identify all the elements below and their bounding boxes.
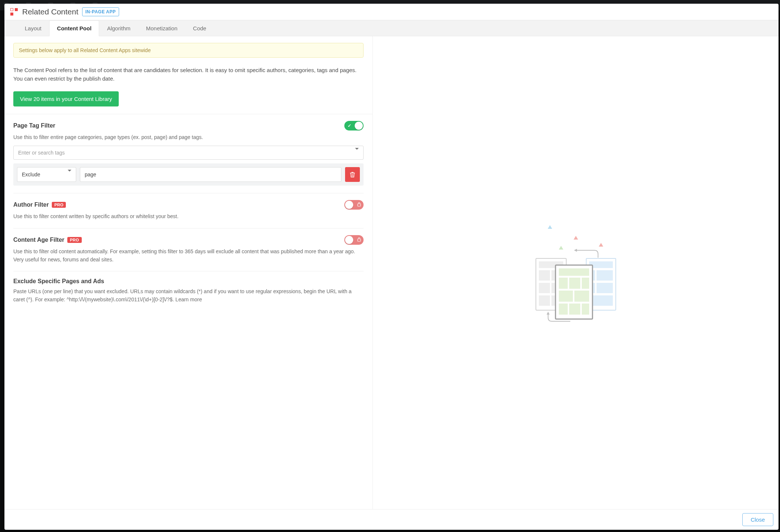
toggle-knob (345, 236, 353, 244)
chevron-down-icon (355, 150, 359, 156)
svg-marker-32 (547, 312, 550, 315)
lock-icon (357, 202, 361, 208)
lock-icon (357, 237, 361, 243)
svg-marker-4 (599, 243, 603, 247)
modal-header: Related Content IN-PAGE APP (4, 4, 779, 20)
svg-marker-6 (574, 249, 577, 252)
settings-modal: Related Content IN-PAGE APP Layout Conte… (4, 4, 779, 530)
tabstrip: Layout Content Pool Algorithm Monetizati… (4, 20, 779, 36)
content-age-filter-title: Content Age Filter (13, 237, 64, 243)
exclude-pages-section: Exclude Specific Pages and Ads Paste URL… (13, 271, 364, 326)
svg-rect-30 (569, 304, 580, 315)
close-button[interactable]: Close (742, 513, 773, 526)
svg-rect-28 (574, 291, 589, 302)
svg-marker-5 (559, 246, 563, 250)
page-tag-filter-desc: Use this to filter entire page categorie… (13, 133, 364, 142)
svg-rect-24 (559, 278, 568, 289)
svg-rect-1 (358, 239, 361, 241)
page-tag-filter-section: Page Tag Filter ✓ Use this to filter ent… (13, 114, 364, 194)
svg-rect-9 (539, 270, 550, 281)
page-tag-filter-title: Page Tag Filter (13, 122, 55, 129)
tab-content-pool[interactable]: Content Pool (49, 20, 99, 36)
tab-layout[interactable]: Layout (17, 20, 49, 36)
rule-value-field[interactable]: page (80, 167, 341, 182)
rule-mode-value: Exclude (22, 172, 40, 177)
svg-marker-2 (548, 225, 552, 229)
svg-rect-11 (539, 283, 550, 293)
content-age-filter-section: Content Age Filter PRO Use this to filte… (13, 228, 364, 271)
author-filter-title: Author Filter (13, 201, 49, 208)
tab-code[interactable]: Code (185, 20, 214, 36)
svg-rect-20 (597, 283, 613, 293)
content-pool-intro: The Content Pool refers to the list of c… (13, 66, 364, 83)
rule-mode-select[interactable]: Exclude (17, 167, 76, 182)
svg-rect-31 (582, 304, 589, 315)
preview-panel (373, 36, 779, 509)
svg-rect-27 (559, 291, 573, 302)
exclude-pages-desc: Paste URLs (one per line) that you want … (13, 288, 364, 304)
svg-rect-29 (559, 304, 568, 315)
svg-rect-0 (358, 204, 361, 206)
svg-rect-25 (569, 278, 580, 289)
modal-footer: Close (4, 509, 779, 530)
content-age-filter-desc: Use this to filter old content automatic… (13, 248, 364, 264)
tab-algorithm[interactable]: Algorithm (99, 20, 138, 36)
exclude-pages-title: Exclude Specific Pages and Ads (13, 278, 104, 285)
toggle-knob (345, 201, 353, 209)
svg-rect-13 (539, 295, 550, 306)
svg-rect-23 (559, 268, 589, 276)
toggle-knob (355, 122, 363, 130)
svg-rect-26 (582, 278, 589, 289)
filter-rule-row: Exclude page (13, 163, 364, 186)
page-tag-filter-toggle[interactable]: ✓ (344, 121, 364, 131)
trash-icon (350, 172, 355, 177)
check-icon: ✓ (348, 123, 351, 128)
sitewide-notice: Settings below apply to all Related Cont… (13, 43, 364, 58)
pro-badge: PRO (67, 237, 81, 243)
view-content-library-button[interactable]: View 20 items in your Content Library (13, 91, 119, 106)
author-filter-section: Author Filter PRO Use this to filter con… (13, 193, 364, 228)
author-filter-desc: Use this to filter content written by sp… (13, 213, 364, 221)
delete-rule-button[interactable] (345, 167, 360, 182)
tag-search-input[interactable]: Enter or search tags (13, 146, 364, 160)
settings-panel[interactable]: Settings below apply to all Related Cont… (4, 36, 373, 509)
pro-badge: PRO (52, 202, 66, 208)
tag-search-placeholder: Enter or search tags (18, 150, 65, 156)
author-filter-toggle[interactable] (344, 200, 364, 210)
rule-value-text: page (85, 172, 96, 177)
tab-monetization[interactable]: Monetization (138, 20, 185, 36)
svg-marker-3 (574, 236, 578, 240)
content-age-filter-toggle[interactable] (344, 235, 364, 245)
modal-title: Related Content (22, 7, 78, 16)
app-icon (10, 8, 18, 16)
svg-rect-18 (597, 270, 613, 281)
scroll-fade (4, 476, 372, 509)
preview-illustration (535, 219, 617, 326)
in-page-app-badge: IN-PAGE APP (82, 7, 119, 16)
chevron-down-icon (68, 172, 71, 177)
modal-body: Settings below apply to all Related Cont… (4, 36, 779, 509)
